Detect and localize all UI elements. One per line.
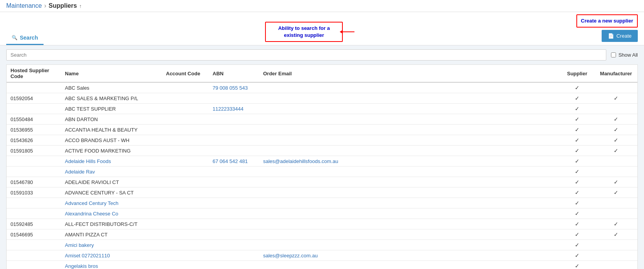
cell-abn [209,187,259,198]
table-row[interactable]: 01550484 ABN DARTON ✓ ✓ [7,114,637,125]
cell-name: Alexandrina Cheese Co [61,208,162,219]
cell-account [162,240,209,250]
table-row[interactable]: 01546780 ADELAIDE RAVIOLI CT ✓ ✓ [7,177,637,187]
search-annotation-box: Ability to search for a existing supplie… [265,22,343,42]
search-tab-icon: 🔍 [12,35,17,40]
table-row[interactable]: 01536955 ACCANTIA HEALTH & BEAUTY ✓ ✓ [7,125,637,135]
cell-email [259,240,560,250]
cell-name: ADELAIDE RAVIOLI CT [61,177,162,187]
cell-supplier: ✓ [560,229,595,240]
table-row[interactable]: Amici bakery ✓ [7,240,637,250]
cell-name: ABC SALES & MARKETING P/L [61,93,162,104]
cell-name: ABN DARTON [61,114,162,125]
create-button[interactable]: 📄 Create [602,30,638,42]
cell-supplier: ✓ [560,261,595,269]
cell-hosted: 01591033 [7,187,61,198]
cell-supplier: ✓ [560,125,595,135]
search-tab[interactable]: 🔍 Search [6,31,44,45]
table-row[interactable]: 01592485 ALL-FECT DISTRIBUTORS-C/T ✓ ✓ [7,219,637,229]
breadcrumb-separator: › [44,2,46,9]
cell-supplier: ✓ [560,177,595,187]
cell-manufacturer: ✓ [595,219,637,229]
cell-hosted [7,82,61,93]
cell-email [259,219,560,229]
cell-supplier: ✓ [560,250,595,261]
cell-hosted [7,198,61,208]
cell-supplier: ✓ [560,240,595,250]
breadcrumb-parent[interactable]: Maintenance [6,2,42,9]
cell-email [259,198,560,208]
cell-name: ABC TEST SUPPLIER [61,104,162,114]
cell-abn [209,167,259,177]
cell-manufacturer [595,167,637,177]
cell-name: Adelaide Hills Foods [61,156,162,167]
cell-supplier: ✓ [560,156,595,167]
cell-account [162,93,209,104]
cell-hosted [7,104,61,114]
cell-account [162,82,209,93]
cell-abn: 79 008 055 543 [209,82,259,93]
search-input[interactable] [6,49,606,61]
cell-account [162,146,209,156]
cell-supplier: ✓ [560,135,595,146]
cell-manufacturer: ✓ [595,125,637,135]
create-button-icon: 📄 [608,33,614,39]
table-row[interactable]: 01591805 ACTIVE FOOD MARKETING ✓ ✓ [7,146,637,156]
cell-manufacturer [595,250,637,261]
col-order-email: Order Email [259,65,560,82]
cell-supplier: ✓ [560,219,595,229]
cell-abn [209,250,259,261]
col-hosted-supplier-code: Hosted Supplier Code [7,65,61,82]
col-account-code: Account Code [162,65,209,82]
cell-name: AMANTI PIZZA CT [61,229,162,240]
search-tab-label: Search [20,35,38,41]
cell-email [259,125,560,135]
cell-name: ACTIVE FOOD MARKETING [61,146,162,156]
show-all-label: Show All [618,52,638,58]
breadcrumb-current: Suppliers [49,2,77,9]
cell-account [162,104,209,114]
cell-hosted: 01592485 [7,219,61,229]
cell-email: sales@sleepzzz.com.au [259,250,560,261]
cell-hosted: 01546695 [7,229,61,240]
table-row[interactable]: Amiset 0272021110 sales@sleepzzz.com.au … [7,250,637,261]
cell-hosted [7,261,61,269]
cell-manufacturer [595,156,637,167]
cell-name: ACCO BRANDS AUST - WH [61,135,162,146]
col-supplier: Supplier [560,65,595,82]
table-row[interactable]: ABC TEST SUPPLIER 11222333444 ✓ [7,104,637,114]
table-row[interactable]: Adelaide Hills Foods 67 064 542 481 sale… [7,156,637,167]
table-row[interactable]: 01543626 ACCO BRANDS AUST - WH ✓ ✓ [7,135,637,146]
cell-abn [209,177,259,187]
cell-email [259,114,560,125]
col-manufacturer: Manufacturer [595,65,637,82]
show-all-wrap: Show All [611,52,638,58]
cell-manufacturer [595,240,637,250]
table-row[interactable]: Angelakis bros ✓ [7,261,637,269]
cell-hosted: 01592054 [7,93,61,104]
cell-hosted: 01543626 [7,135,61,146]
table-row[interactable]: 01592054 ABC SALES & MARKETING P/L ✓ ✓ [7,93,637,104]
cell-hosted: 01550484 [7,114,61,125]
table-row[interactable]: Adelaide Rav ✓ [7,167,637,177]
table-row[interactable]: ABC Sales 79 008 055 543 ✓ [7,82,637,93]
cell-name: Angelakis bros [61,261,162,269]
cell-name: Amici bakery [61,240,162,250]
cell-email [259,261,560,269]
breadcrumb-pin-icon[interactable]: ↑ [79,3,82,9]
cell-supplier: ✓ [560,93,595,104]
create-annotation-box: Create a new supplier [576,14,638,28]
cell-manufacturer [595,198,637,208]
cell-manufacturer: ✓ [595,187,637,198]
cell-email [259,93,560,104]
cell-abn [209,146,259,156]
cell-abn [209,261,259,269]
table-row[interactable]: 01546695 AMANTI PIZZA CT ✓ ✓ [7,229,637,240]
cell-email [259,104,560,114]
table-row[interactable]: Alexandrina Cheese Co ✓ [7,208,637,219]
table-row[interactable]: 01591033 ADVANCE CENTURY - SA CT ✓ ✓ [7,187,637,198]
cell-hosted [7,167,61,177]
cell-abn [209,198,259,208]
table-row[interactable]: Advanced Century Tech ✓ [7,198,637,208]
show-all-checkbox[interactable] [611,52,616,57]
